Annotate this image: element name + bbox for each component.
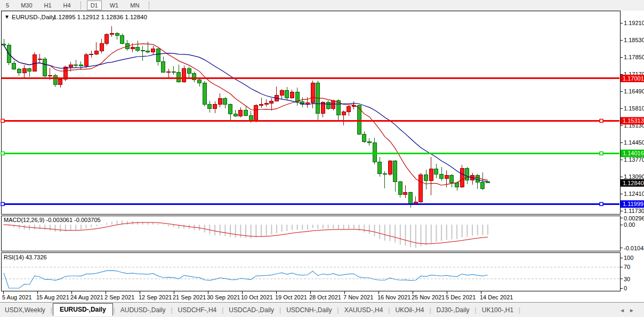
candle-up [151,49,155,52]
macd-indicator-label: MACD(12,26,9) -0.003061 -0.003705 [4,217,101,223]
candle-down [162,62,165,72]
date-label: 16 Nov 2021 [377,294,410,300]
ohlc-values: 1.12895 1.12912 1.12836 1.12840 [53,14,147,20]
macd-histogram-bar [466,225,468,236]
macd-histogram-bar [472,225,473,236]
macd-histogram-bar [255,225,256,237]
line-drag-handle[interactable] [1,152,4,155]
macd-histogram-bar [96,225,97,226]
candle-down [440,175,444,179]
macd-histogram-bar [395,225,396,243]
macd-histogram-bar [224,225,226,236]
chart-tab-xauusd-h4[interactable]: XAUUSD-,H4 [340,304,388,316]
macd-histogram-bar [415,225,416,248]
candle-down [43,59,47,76]
macd-histogram-bar [456,225,457,239]
macd-histogram-bar [19,225,20,229]
toolbar-separator [80,1,81,10]
timeframe-button-h1[interactable]: H1 [41,1,55,10]
macd-histogram-bar [384,225,385,241]
macd-histogram-bar [111,221,112,225]
price-tick-label: 1.16490 [624,88,644,94]
timeframe-button-m30[interactable]: M30 [17,1,36,10]
macd-histogram-bar [50,225,51,231]
timeframe-button-mn[interactable]: MN [126,1,143,10]
price-tick-label: 1.17850 [624,54,644,60]
candle-up [260,104,263,105]
candle-down [481,183,485,189]
candle-down [393,161,397,182]
chart-canvas[interactable]: 1.192101.185301.178501.171701.164901.158… [0,11,644,302]
macd-histogram-bar [323,225,324,228]
macd-histogram-bar [364,225,365,233]
chart-tab-usdx-weekly[interactable]: USDX,Weekly [0,304,50,316]
candle-up [182,68,186,82]
macd-axis-label: 0.002966 [624,215,644,221]
date-label: 14 Dec 2021 [480,294,513,300]
price-tick-label: 1.13090 [624,173,644,180]
macd-histogram-bar [297,225,298,230]
candle-down [74,65,78,65]
macd-histogram-bar [312,225,313,228]
macd-histogram-bar [405,225,406,245]
chart-tab-usdchf-h4[interactable]: USDCHF-,H4 [173,304,222,316]
candle-up [270,101,273,104]
candle-down [450,176,454,183]
rsi-axis-label: 0 [624,285,627,291]
candle-down [367,141,371,142]
candle-down [244,110,248,115]
symbol-dropdown-icon[interactable]: ▼ [4,14,10,20]
tab-scroll-right-icon[interactable]: ► [629,307,639,313]
macd-histogram-bar [302,225,303,230]
candle-down [120,36,124,44]
line-drag-handle[interactable] [600,119,603,122]
chart-tab-eurusd-daily[interactable]: EURUSD-,Daily [53,303,113,316]
macd-histogram-bar [317,225,318,229]
timeframe-button-5[interactable]: 5 [2,1,13,10]
candle-down [363,134,366,141]
symbol-period-label: EURUSD-,Daily [12,14,55,20]
chart-tab-audusd-daily[interactable]: AUDUSD-,Daily [116,304,171,316]
line-drag-handle[interactable] [600,152,603,155]
timeframe-button-d1[interactable]: D1 [87,1,102,10]
timeframe-button-h4[interactable]: H4 [60,1,75,10]
macd-histogram-bar [91,225,92,227]
line-drag-handle[interactable] [1,202,4,205]
chart-tab-usdcnh-daily[interactable]: USDCNH-,Daily [281,304,336,316]
chart-tab-ukoil-h4[interactable]: UKOil-,H4 [390,304,429,316]
macd-histogram-bar [292,225,293,230]
macd-histogram-bar [390,225,391,241]
date-label: 24 Aug 2021 [70,294,103,300]
macd-histogram-bar [209,225,210,234]
tab-scroll-left-icon[interactable]: ◄ [619,307,629,313]
chart-tab-dj30-daily[interactable]: DJ30-,Daily [432,304,474,316]
candle-up [213,105,217,109]
chart-tab-uk100-h1[interactable]: UK100-,H1 [477,304,518,316]
chart-tab-usdcad-daily[interactable]: USDCAD-,Daily [224,304,279,316]
candle-up [388,161,392,174]
macd-histogram-bar [168,225,169,226]
macd-histogram-bar [420,225,421,246]
line-drag-handle[interactable] [1,119,4,122]
candle-up [33,54,36,71]
candle-up [69,65,73,67]
macd-histogram-bar [477,225,478,235]
macd-histogram-bar [75,225,76,230]
candle-down [198,80,202,83]
candle-up [404,193,407,195]
candle-down [136,47,140,50]
date-axis: 5 Aug 202115 Aug 202124 Aug 20212 Sep 20… [2,291,513,300]
macd-histogram-bar [374,225,375,236]
candle-down [53,76,57,85]
candle-down [378,162,382,174]
candle-down [409,193,413,204]
macd-histogram-bar [446,225,447,240]
timeframe-button-w1[interactable]: W1 [106,1,123,10]
candle-down [172,72,175,72]
tab-scroll-arrows: ◄► [619,307,639,313]
tab-separator: | [518,306,521,314]
line-drag-handle[interactable] [600,202,603,205]
candle-up [264,104,268,105]
candle-down [229,104,232,114]
candle-up [460,168,464,187]
